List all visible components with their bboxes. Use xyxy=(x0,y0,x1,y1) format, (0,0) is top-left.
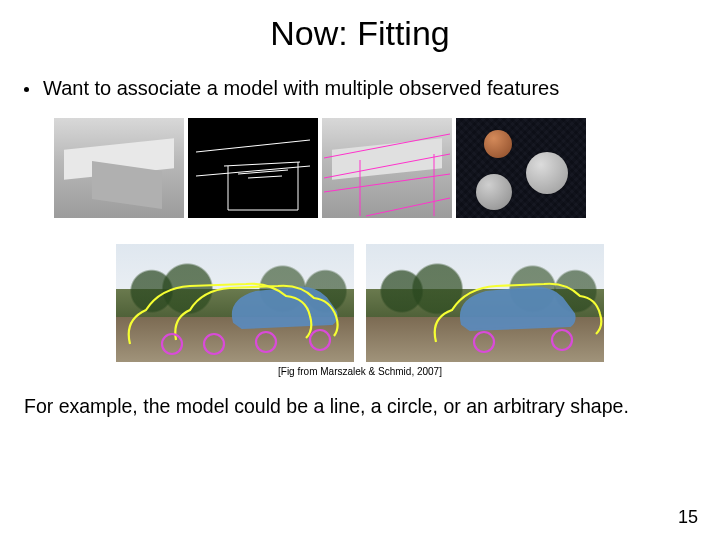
svg-point-5 xyxy=(552,330,572,350)
figure-grayscale-object xyxy=(54,118,184,218)
figure-line-fitting xyxy=(322,118,452,218)
bullet-text: Want to associate a model with multiple … xyxy=(43,77,559,100)
figure-car-shape-model-1 xyxy=(116,244,354,362)
figure-row-1 xyxy=(0,100,720,218)
svg-point-3 xyxy=(310,330,330,350)
figure-citation: [Fig from Marszalek & Schmid, 2007] xyxy=(0,362,720,377)
figure-car-shape-model-2 xyxy=(366,244,604,362)
figure-row-2 xyxy=(0,218,720,362)
bullet-dot-icon xyxy=(24,87,29,92)
svg-point-0 xyxy=(162,334,182,354)
page-number: 15 xyxy=(678,507,698,528)
svg-point-1 xyxy=(204,334,224,354)
bullet-item: Want to associate a model with multiple … xyxy=(0,53,720,100)
slide-title: Now: Fitting xyxy=(0,0,720,53)
figure-coins-circles xyxy=(456,118,586,218)
conclusion-text: For example, the model could be a line, … xyxy=(0,377,720,418)
svg-point-2 xyxy=(256,332,276,352)
figure-edge-detection xyxy=(188,118,318,218)
svg-point-4 xyxy=(474,332,494,352)
